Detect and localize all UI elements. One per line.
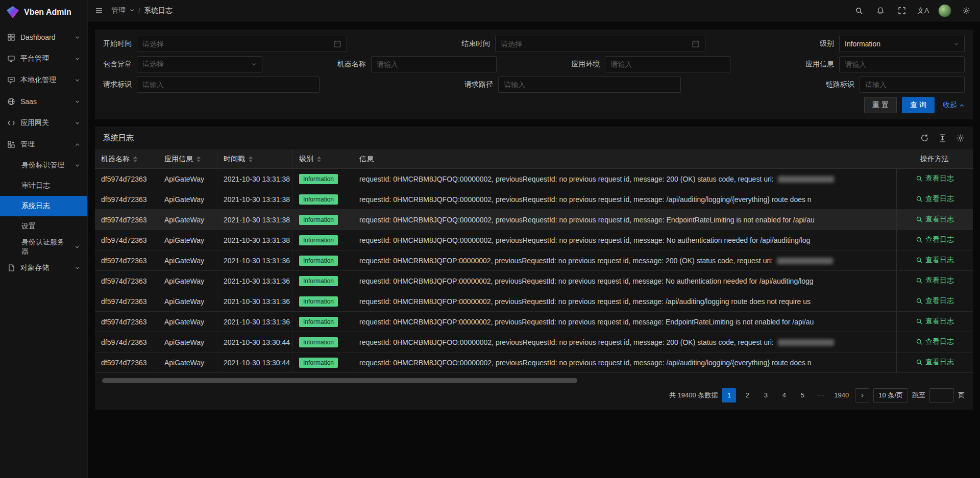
scrollbar-thumb[interactable]: [102, 378, 577, 383]
col-header-app[interactable]: 应用信息: [158, 149, 217, 169]
sidebar-item-platform[interactable]: 平台管理: [0, 48, 87, 69]
app-info-input[interactable]: [839, 56, 965, 72]
sidebar-item-settings[interactable]: 设置: [0, 216, 87, 237]
app-cell: ApiGateWay: [158, 210, 217, 230]
sidebar-item-manage[interactable]: 管理: [0, 134, 87, 155]
settings-drawer-button[interactable]: [955, 0, 977, 21]
request-path-label: 请求路径: [464, 80, 493, 89]
table-row[interactable]: df5974d72363ApiGateWay2021-10-30 13:31:3…: [95, 271, 973, 291]
page-button[interactable]: 1940: [832, 388, 851, 402]
trace-id-field[interactable]: [865, 81, 959, 89]
sidebar-item-gateway[interactable]: 应用网关: [0, 112, 87, 134]
app-cell: ApiGateWay: [158, 189, 217, 210]
menu-fold-button[interactable]: [95, 0, 103, 21]
level-select[interactable]: Information: [839, 36, 965, 52]
environment-field[interactable]: [610, 60, 725, 68]
search-button[interactable]: [848, 0, 870, 21]
view-log-link[interactable]: 查看日志: [916, 256, 954, 265]
view-log-link[interactable]: 查看日志: [916, 337, 954, 346]
col-header-level[interactable]: 级别: [293, 149, 353, 169]
machine-input[interactable]: [371, 56, 497, 72]
view-log-link[interactable]: 查看日志: [916, 215, 954, 224]
user-menu-button[interactable]: [934, 0, 955, 21]
sidebar-item-saas[interactable]: Saas: [0, 91, 87, 112]
request-path-input[interactable]: [498, 77, 681, 93]
page-button[interactable]: 2: [740, 388, 754, 402]
app-logo[interactable]: Vben Admin: [0, 0, 87, 24]
trace-id-input[interactable]: [860, 77, 965, 93]
start-time-field[interactable]: [142, 40, 329, 48]
environment-input[interactable]: [605, 56, 730, 72]
machine-cell: df5974d72363: [95, 312, 158, 332]
page-button[interactable]: 4: [777, 388, 791, 402]
filter-machine: 机器名称: [337, 56, 497, 72]
col-header-machine[interactable]: 机器名称: [95, 149, 158, 169]
request-id-input[interactable]: [137, 77, 320, 93]
language-button[interactable]: 文A: [913, 0, 934, 21]
refresh-button[interactable]: [920, 134, 929, 142]
table-row[interactable]: df5974d72363ApiGateWay2021-10-30 13:30:4…: [95, 353, 973, 373]
sidebar-item-system-log[interactable]: 系统日志: [0, 196, 87, 216]
message-cell: requestId: 0HMCRBM8JQFOQ:00000002, previ…: [353, 210, 896, 230]
col-header-timestamp[interactable]: 时间戳: [217, 149, 293, 169]
sidebar-item-identity-management[interactable]: 身份标识管理: [0, 155, 87, 175]
page-button[interactable]: 5: [795, 388, 810, 402]
next-page-button[interactable]: [855, 388, 869, 402]
table-row[interactable]: df5974d72363ApiGateWay2021-10-30 13:31:3…: [95, 189, 973, 210]
view-log-link[interactable]: 查看日志: [916, 194, 954, 204]
sidebar-item-dashboard[interactable]: Dashboard: [0, 27, 87, 48]
logo-icon: [6, 6, 19, 19]
jump-to-label: 跳至: [912, 391, 925, 400]
view-log-link[interactable]: 查看日志: [916, 276, 954, 285]
horizontal-scrollbar[interactable]: [102, 378, 966, 383]
reset-button[interactable]: 重 置: [864, 97, 897, 113]
view-log-link[interactable]: 查看日志: [916, 317, 954, 326]
page-size-value: 10 条/页: [878, 391, 903, 400]
sidebar-item-auth-server[interactable]: 身份认证服务器: [0, 237, 87, 257]
sidebar-item-localization[interactable]: 本地化管理: [0, 69, 87, 91]
start-time-input[interactable]: [137, 36, 347, 52]
search-icon: [916, 257, 923, 264]
table-row[interactable]: df5974d72363ApiGateWay2021-10-30 13:31:3…: [95, 169, 973, 189]
app-cell: ApiGateWay: [158, 312, 217, 332]
sidebar: Vben Admin Dashboard 平台管理 本地化管理 Saas 应用网…: [0, 0, 88, 478]
action-cell: 查看日志: [896, 230, 973, 250]
table-row[interactable]: df5974d72363ApiGateWay2021-10-30 13:30:4…: [95, 332, 973, 353]
page-size-select[interactable]: 10 条/页: [873, 388, 908, 402]
view-log-link[interactable]: 查看日志: [916, 174, 954, 183]
exception-select[interactable]: 请选择: [137, 56, 262, 72]
end-time-field[interactable]: [501, 40, 688, 48]
fullscreen-button[interactable]: [891, 0, 913, 21]
action-cell: 查看日志: [896, 353, 973, 373]
view-log-link[interactable]: 查看日志: [916, 296, 954, 306]
table-row[interactable]: df5974d72363ApiGateWay2021-10-30 13:31:3…: [95, 210, 973, 230]
view-log-link[interactable]: 查看日志: [916, 358, 954, 367]
end-time-input[interactable]: [495, 36, 705, 52]
view-log-link[interactable]: 查看日志: [916, 235, 954, 244]
request-id-field[interactable]: [142, 81, 314, 89]
chevron-down-icon: [129, 8, 135, 13]
message-cell: requestId: 0HMCRBM8JQFOQ:00000002, previ…: [353, 230, 896, 250]
sidebar-item-label: 审计日志: [21, 181, 50, 190]
request-path-field[interactable]: [504, 81, 675, 89]
query-button[interactable]: 查 询: [902, 97, 935, 113]
jump-page-input[interactable]: [929, 388, 954, 402]
table-row[interactable]: df5974d72363ApiGateWay2021-10-30 13:31:3…: [95, 250, 973, 271]
column-settings-button[interactable]: [956, 134, 965, 142]
sidebar-item-audit-log[interactable]: 审计日志: [0, 175, 87, 196]
row-height-button[interactable]: [938, 134, 947, 142]
table-row[interactable]: df5974d72363ApiGateWay2021-10-30 13:31:3…: [95, 291, 973, 312]
breadcrumb-root[interactable]: 管理: [111, 6, 126, 15]
manage-icon: [7, 140, 15, 148]
page-button[interactable]: 1: [722, 388, 736, 402]
collapse-link[interactable]: 收起: [943, 100, 965, 110]
page-button[interactable]: 3: [758, 388, 773, 402]
app-info-field[interactable]: [845, 60, 959, 68]
notification-button[interactable]: [870, 0, 891, 21]
action-cell: 查看日志: [896, 332, 973, 353]
sidebar-item-object-storage[interactable]: 对象存储: [0, 257, 87, 279]
table-row[interactable]: df5974d72363ApiGateWay2021-10-30 13:31:3…: [95, 312, 973, 332]
table-row[interactable]: df5974d72363ApiGateWay2021-10-30 13:31:3…: [95, 230, 973, 250]
machine-field[interactable]: [377, 60, 491, 68]
app-cell: ApiGateWay: [158, 169, 217, 189]
